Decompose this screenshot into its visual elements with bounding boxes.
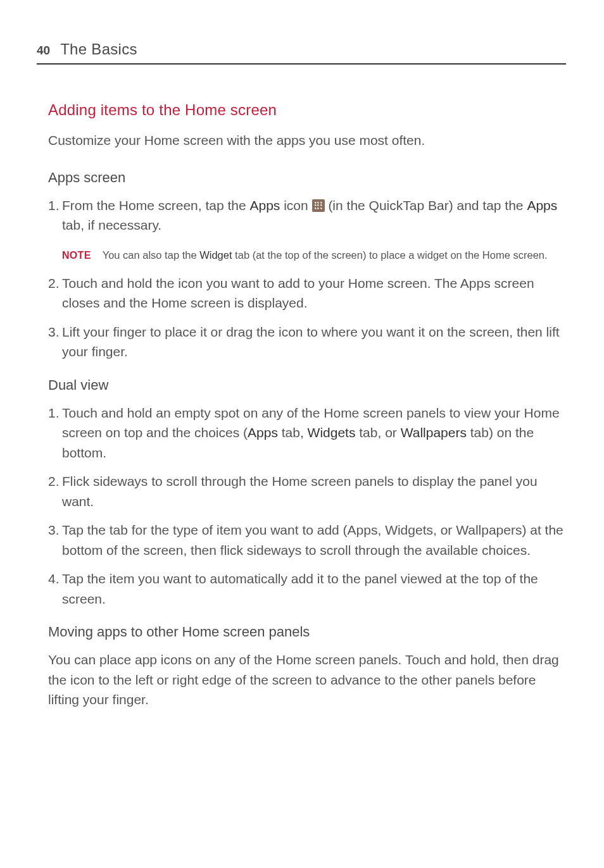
text-fragment: tab (at the top of the screen) to place … (232, 249, 548, 261)
emphasis-apps: Apps (248, 425, 278, 440)
section-title-adding-items: Adding items to the Home screen (37, 99, 566, 121)
page-number: 40 (37, 42, 50, 60)
note-text: You can also tap the Widget tab (at the … (103, 248, 548, 263)
dual-view-list: 1. Touch and hold an empty spot on any o… (37, 403, 566, 609)
emphasis-wallpapers: Wallpapers (401, 425, 467, 440)
text-fragment: tab, (278, 425, 308, 440)
subsection-moving-apps: Moving apps to other Home screen panels (37, 621, 566, 642)
list-number: 2. (48, 273, 60, 294)
text-fragment: From the Home screen, tap the (62, 198, 249, 213)
list-item: 3. Lift your finger to place it or drag … (48, 322, 566, 362)
page-header: 40 The Basics (37, 38, 566, 65)
list-text: Tap the item you want to automatically a… (62, 571, 538, 606)
emphasis-apps: Apps (249, 198, 280, 213)
emphasis-apps-tab: Apps (527, 198, 557, 213)
moving-apps-text: You can place app icons on any of the Ho… (37, 650, 566, 710)
text-fragment: tab, or (355, 425, 400, 440)
emphasis-widgets: Widgets (308, 425, 356, 440)
list-number: 3. (48, 322, 60, 342)
list-item: 2. Touch and hold the icon you want to a… (48, 273, 566, 313)
note-block: NOTE You can also tap the Widget tab (at… (37, 248, 566, 263)
list-text: Lift your finger to place it or drag the… (62, 325, 560, 359)
list-text: Flick sideways to scroll through the Hom… (62, 474, 538, 509)
subsection-dual-view: Dual view (37, 375, 566, 395)
list-item: 1. From the Home screen, tap the Apps ic… (48, 195, 566, 235)
text-fragment: icon (280, 198, 311, 213)
text-fragment: You can also tap the (103, 249, 200, 261)
list-item: 1. Touch and hold an empty spot on any o… (48, 403, 566, 463)
header-title: The Basics (60, 38, 137, 61)
text-fragment: tab, if necessary. (62, 218, 161, 232)
emphasis-widget: Widget (199, 249, 232, 261)
text-fragment: (in the QuickTap Bar) and tap the (325, 198, 527, 213)
note-label: NOTE (62, 248, 91, 263)
list-text: Touch and hold the icon you want to add … (62, 276, 534, 311)
list-number: 3. (48, 520, 60, 540)
list-number: 4. (48, 569, 60, 589)
list-number: 1. (48, 403, 60, 423)
list-text: Tap the tab for the type of item you wan… (62, 523, 563, 557)
apps-screen-list: 1. From the Home screen, tap the Apps ic… (37, 195, 566, 235)
list-number: 2. (48, 471, 60, 492)
apps-screen-list-cont: 2. Touch and hold the icon you want to a… (37, 273, 566, 362)
intro-text: Customize your Home screen with the apps… (37, 130, 566, 151)
subsection-apps-screen: Apps screen (37, 167, 566, 188)
list-item: 2. Flick sideways to scroll through the … (48, 471, 566, 511)
list-number: 1. (48, 195, 60, 216)
list-item: 3. Tap the tab for the type of item you … (48, 520, 566, 560)
apps-grid-icon (312, 199, 325, 212)
list-item: 4. Tap the item you want to automaticall… (48, 569, 566, 609)
